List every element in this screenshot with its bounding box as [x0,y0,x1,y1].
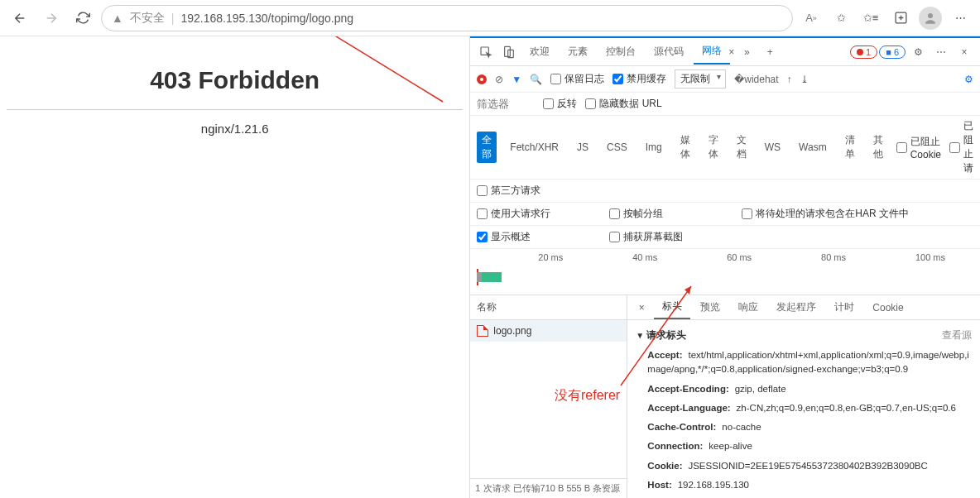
disable-cache-checkbox[interactable]: 禁用缓存 [612,72,666,86]
close-detail-button[interactable]: × [631,297,652,318]
favorites-bar-button[interactable]: ✩≡ [858,5,884,31]
name-column-header[interactable]: 名称 [470,295,627,320]
options-row-2: 显示概述 捕获屏幕截图 [470,226,980,249]
main-area: 403 Forbidden nginx/1.21.6 欢迎 元素 控制台 源代码… [0,36,980,498]
filter-ws[interactable]: WS [760,140,785,155]
search-button[interactable]: 🔍 [530,74,542,85]
screenshots-checkbox[interactable]: 捕获屏幕截图 [609,230,683,244]
tl-20: 20 ms [538,252,563,262]
filter-input[interactable] [477,98,535,110]
pending-har-checkbox[interactable]: 将待处理的请求包含在HAR 文件中 [742,207,909,221]
error-badge[interactable]: 1 [850,45,877,59]
address-bar[interactable]: ▲ 不安全 | 192.168.195.130/topimg/logo.png [101,5,793,31]
filter-img[interactable]: Img [641,140,667,155]
hdr-pragma: Pragma: no-cache [636,495,972,498]
request-item[interactable]: logo.png [470,320,627,342]
filter-row: 反转 隐藏数据 URL [470,93,980,116]
forward-button[interactable] [38,5,65,31]
filter-css[interactable]: CSS [602,140,632,155]
filter-wasm[interactable]: Wasm [794,140,832,155]
browser-actions: A» ✩ ✩≡ ⋯ [798,5,973,31]
read-aloud-button[interactable]: A» [798,5,824,31]
hdr-host: Host: 192.168.195.130 [636,476,972,495]
detail-tabs: × 标头 预览 响应 发起程序 计时 Cookie [627,295,980,320]
reload-button[interactable] [70,5,96,31]
tab-response[interactable]: 响应 [730,296,766,318]
blocked-cookies-checkbox[interactable]: 已阻止 Cookie [896,135,941,160]
wifi-icon[interactable]: �widehat [734,74,778,85]
tab-preview[interactable]: 预览 [692,296,728,318]
tab-headers[interactable]: 标头 [654,295,690,319]
close-devtools-icon[interactable]: × [954,41,975,63]
preserve-log-checkbox[interactable]: 保留日志 [550,72,604,86]
filter-all[interactable]: 全部 [477,132,497,163]
annotation-no-referer: 没有referer [555,387,620,405]
view-source-link[interactable]: 查看源 [942,328,972,342]
settings-icon[interactable]: ⚙ [907,41,929,63]
devtools-tabs: 欢迎 元素 控制台 源代码 网络 × » + 1 ■6 ⚙ ⋯ × [470,38,980,66]
filter-media[interactable]: 媒体 [675,132,695,163]
tab-console[interactable]: 控制台 [598,40,644,64]
clear-button[interactable]: ⊘ [495,74,503,85]
tab-network[interactable]: 网络 [694,39,730,65]
filter-font[interactable]: 字体 [704,132,723,163]
hdr-accept: Accept: text/html,application/xhtml+xml,… [636,346,972,380]
url-text: 192.168.195.130/topimg/logo.png [181,12,354,25]
show-overview-checkbox[interactable]: 显示概述 [477,230,601,244]
svg-rect-5 [505,46,511,56]
favorite-button[interactable]: ✩ [828,5,854,31]
request-headers-section[interactable]: 请求标头 查看源 [636,325,972,346]
hide-data-url-checkbox[interactable]: 隐藏数据 URL [585,97,661,111]
filter-js[interactable]: JS [572,140,593,155]
browser-toolbar: ▲ 不安全 | 192.168.195.130/topimg/logo.png … [0,0,980,36]
filter-fetch[interactable]: Fetch/XHR [505,140,564,155]
tab-elements[interactable]: 元素 [560,40,596,64]
error-title: 403 Forbidden [0,66,469,94]
toolbar-settings-icon[interactable]: ⚙ [964,74,973,85]
invert-checkbox[interactable]: 反转 [543,97,577,111]
tab-welcome[interactable]: 欢迎 [521,40,558,64]
throttle-select[interactable]: 无限制 [675,69,726,89]
add-tab-button[interactable]: + [759,41,781,63]
collections-button[interactable] [887,5,914,31]
svg-point-1 [928,13,933,18]
back-button[interactable] [7,5,33,31]
upload-icon[interactable]: ↑ [787,74,792,85]
device-icon[interactable] [498,41,520,63]
network-timeline[interactable]: 20 ms 40 ms 60 ms 80 ms 100 ms [470,249,980,295]
more-tabs-button[interactable]: » [736,41,757,63]
blocked-requests-checkbox[interactable]: 已阻止请 [949,119,973,175]
timeline-bar [477,272,502,282]
filter-other[interactable]: 其他 [868,132,888,163]
hdr-cache-control: Cache-Control: no-cache [636,418,972,437]
network-toolbar: ⊘ ▼ 🔍 保留日志 禁用缓存 无限制 �widehat ↑ ⤓ ⚙ [470,66,980,93]
request-summary: 1 次请求 已传输710 B 555 B 条资源 [470,478,627,498]
devtools-panel: 欢迎 元素 控制台 源代码 网络 × » + 1 ■6 ⚙ ⋯ × ⊘ ▼ 🔍 … [470,36,980,498]
request-split: 名称 logo.png 1 次请求 已传输710 B 555 B 条资源 × 标… [470,295,980,498]
tab-sources[interactable]: 源代码 [646,40,692,64]
hdr-accept-encoding: Accept-Encoding: gzip, deflate [636,380,972,399]
profile-button[interactable] [917,5,944,31]
third-party-checkbox[interactable]: 第三方请求 [477,184,540,198]
filter-toggle[interactable]: ▼ [512,74,521,85]
record-button[interactable] [477,74,487,84]
hdr-cookie: Cookie: JSESSIONID=2EE19E575455372380402… [636,457,972,476]
divider [7,109,463,110]
tl-100: 100 ms [915,252,945,262]
hdr-connection: Connection: keep-alive [636,437,972,456]
tl-40: 40 ms [632,252,657,262]
filter-manifest[interactable]: 清单 [840,132,860,163]
inspect-icon[interactable] [475,41,497,63]
tab-timing[interactable]: 计时 [826,296,862,318]
request-detail: × 标头 预览 响应 发起程序 计时 Cookie 请求标头 查看源 Accep… [627,295,980,498]
download-icon[interactable]: ⤓ [800,74,809,85]
tab-cookies[interactable]: Cookie [864,298,911,318]
filter-doc[interactable]: 文档 [732,132,752,163]
group-frame-checkbox[interactable]: 按帧分组 [609,207,733,221]
info-badge[interactable]: ■6 [879,45,906,59]
tab-close-icon[interactable]: × [728,46,734,58]
dock-icon[interactable]: ⋯ [930,41,952,63]
tab-initiator[interactable]: 发起程序 [768,296,824,318]
menu-button[interactable]: ⋯ [947,5,973,31]
large-rows-checkbox[interactable]: 使用大请求行 [477,207,601,221]
